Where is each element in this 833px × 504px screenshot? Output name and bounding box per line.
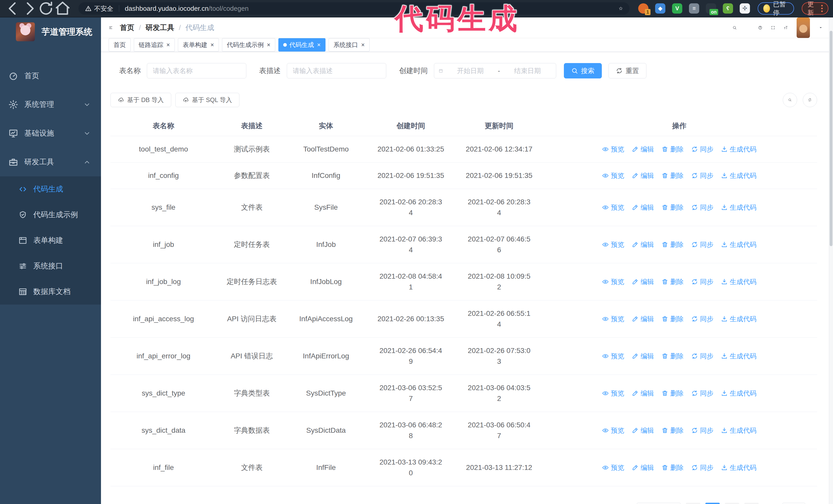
- sync-action-link[interactable]: 同步: [691, 351, 713, 361]
- edit-action-link[interactable]: 编辑: [632, 144, 654, 154]
- eye-action-link[interactable]: 预览: [602, 425, 624, 436]
- chevron-down-icon[interactable]: [819, 26, 823, 30]
- ext-puzzle-icon[interactable]: ✣: [740, 3, 750, 14]
- edit-action-link[interactable]: 编辑: [632, 239, 654, 250]
- sync-action-link[interactable]: 同步: [691, 170, 713, 181]
- sidebar-item-3[interactable]: 研发工具: [0, 148, 101, 176]
- trash-action-link[interactable]: 删除: [662, 425, 684, 436]
- sidebar-subitem-2[interactable]: 表单构建: [0, 227, 101, 253]
- tab-5[interactable]: 系统接口×: [329, 38, 370, 51]
- table-desc-input[interactable]: [287, 63, 386, 78]
- sync-action-link[interactable]: 同步: [691, 277, 713, 287]
- sync-action-link[interactable]: 同步: [691, 314, 713, 324]
- edit-action-link[interactable]: 编辑: [632, 202, 654, 213]
- sync-action-link[interactable]: 同步: [691, 425, 713, 436]
- close-icon[interactable]: ×: [317, 42, 320, 48]
- tab-2[interactable]: 表单构建×: [178, 38, 219, 51]
- sync-action-link[interactable]: 同步: [691, 388, 713, 399]
- close-icon[interactable]: ×: [361, 42, 365, 48]
- tab-0[interactable]: 首页: [109, 38, 131, 51]
- breadcrumb-item[interactable]: 首页: [120, 23, 134, 32]
- ext-gem-icon[interactable]: ◆: [655, 3, 665, 14]
- generate-code-link[interactable]: 生成代码: [721, 462, 756, 473]
- logo-row[interactable]: 芋道管理系统: [0, 18, 101, 46]
- eye-action-link[interactable]: 预览: [602, 239, 624, 250]
- generate-code-link[interactable]: 生成代码: [721, 425, 756, 436]
- sync-action-link[interactable]: 同步: [691, 202, 713, 213]
- generate-code-link[interactable]: 生成代码: [721, 202, 756, 213]
- trash-action-link[interactable]: 删除: [662, 202, 684, 213]
- header-search-icon[interactable]: [733, 26, 737, 30]
- home-icon[interactable]: [54, 0, 71, 17]
- eye-action-link[interactable]: 预览: [602, 144, 624, 154]
- github-icon[interactable]: [745, 26, 749, 30]
- reload-icon[interactable]: [38, 0, 54, 17]
- eye-action-link[interactable]: 预览: [602, 388, 624, 399]
- browser-menu-icon[interactable]: [821, 5, 823, 12]
- sync-action-link[interactable]: 同步: [691, 239, 713, 250]
- trash-action-link[interactable]: 删除: [662, 388, 684, 399]
- generate-code-link[interactable]: 生成代码: [721, 277, 756, 287]
- eye-action-link[interactable]: 预览: [602, 314, 624, 324]
- trash-action-link[interactable]: 删除: [662, 277, 684, 287]
- ext-dark-on-icon[interactable]: on: [706, 3, 716, 14]
- generate-code-link[interactable]: 生成代码: [721, 314, 756, 324]
- eye-action-link[interactable]: 预览: [602, 462, 624, 473]
- generate-code-link[interactable]: 生成代码: [721, 239, 756, 250]
- edit-action-link[interactable]: 编辑: [632, 351, 654, 361]
- edit-action-link[interactable]: 编辑: [632, 425, 654, 436]
- trash-action-link[interactable]: 删除: [662, 239, 684, 250]
- ext-animal-icon[interactable]: ʕ: [723, 3, 733, 14]
- forward-icon[interactable]: [21, 0, 38, 17]
- generate-code-link[interactable]: 生成代码: [721, 170, 756, 181]
- collapse-menu-icon[interactable]: [109, 26, 113, 30]
- eye-action-link[interactable]: 预览: [602, 202, 624, 213]
- trash-action-link[interactable]: 删除: [662, 314, 684, 324]
- scrollbar-thumb[interactable]: [830, 31, 832, 246]
- page-size-select[interactable]: 10条/页: [637, 503, 681, 504]
- tab-3[interactable]: 代码生成示例×: [222, 38, 275, 51]
- generate-code-link[interactable]: 生成代码: [721, 351, 756, 361]
- sidebar-subitem-1[interactable]: 代码生成示例: [0, 202, 101, 227]
- ext-orange-icon[interactable]: 1: [638, 3, 648, 14]
- next-page-button[interactable]: ›: [744, 503, 759, 504]
- trash-action-link[interactable]: 删除: [662, 170, 684, 181]
- sidebar-item-2[interactable]: 基础设施: [0, 119, 101, 148]
- sidebar-subitem-4[interactable]: 数据库文档: [0, 279, 101, 305]
- page-scrollbar[interactable]: [829, 18, 833, 504]
- close-icon[interactable]: ×: [267, 42, 270, 48]
- address-bar[interactable]: 不安全 dashboard.yudao.iocoder.cn /tool/cod…: [78, 2, 629, 15]
- avatar[interactable]: [796, 18, 810, 38]
- fullscreen-icon[interactable]: [771, 26, 775, 30]
- db-import-button[interactable]: 基于 DB 导入: [111, 93, 171, 107]
- table-name-input[interactable]: [147, 63, 246, 78]
- eye-action-link[interactable]: 预览: [602, 351, 624, 361]
- search-button[interactable]: 搜索: [564, 63, 602, 78]
- date-range-picker[interactable]: 开始日期 - 结束日期: [434, 63, 556, 78]
- close-icon[interactable]: ×: [210, 42, 214, 48]
- edit-action-link[interactable]: 编辑: [632, 314, 654, 324]
- breadcrumb-item[interactable]: 研发工具: [146, 23, 174, 32]
- toggle-search-button[interactable]: [783, 93, 797, 107]
- trash-action-link[interactable]: 删除: [662, 462, 684, 473]
- tab-1[interactable]: 链路追踪×: [134, 38, 175, 51]
- page-button-2[interactable]: 2: [725, 503, 739, 504]
- help-icon[interactable]: [758, 26, 762, 30]
- eye-action-link[interactable]: 预览: [602, 277, 624, 287]
- edit-action-link[interactable]: 编辑: [632, 462, 654, 473]
- trash-action-link[interactable]: 删除: [662, 351, 684, 361]
- sql-import-button[interactable]: 基于 SQL 导入: [175, 93, 239, 107]
- bookmark-star-icon[interactable]: [619, 6, 623, 10]
- reset-button[interactable]: 重置: [609, 63, 646, 78]
- font-size-icon[interactable]: [784, 26, 788, 30]
- close-icon[interactable]: ×: [166, 42, 170, 48]
- sidebar-item-0[interactable]: 首页: [0, 62, 101, 90]
- generate-code-link[interactable]: 生成代码: [721, 388, 756, 399]
- edit-action-link[interactable]: 编辑: [632, 170, 654, 181]
- browser-update-button[interactable]: 更新: [802, 2, 828, 15]
- tab-4[interactable]: 代码生成×: [278, 38, 326, 51]
- goto-page-input[interactable]: [782, 503, 805, 504]
- generate-code-link[interactable]: 生成代码: [721, 144, 756, 154]
- ext-green-check-icon[interactable]: V: [672, 3, 682, 14]
- paused-extension-pill[interactable]: 已暂停: [758, 2, 794, 15]
